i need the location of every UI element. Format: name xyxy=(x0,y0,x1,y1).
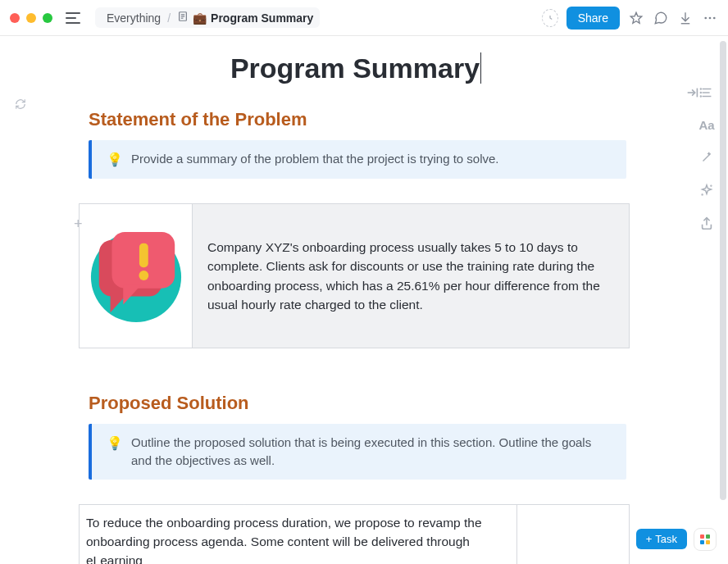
more-icon[interactable] xyxy=(702,10,718,26)
lightbulb-icon: 💡 xyxy=(107,434,123,453)
history-icon[interactable] xyxy=(542,10,558,26)
download-icon[interactable] xyxy=(677,10,694,26)
typography-button[interactable]: Aa xyxy=(698,118,714,132)
solution-body-cell[interactable]: To reduce the onboarding process duratio… xyxy=(80,504,517,564)
export-icon[interactable] xyxy=(699,216,714,230)
svg-rect-19 xyxy=(139,243,148,267)
titlebar: Everything / 💼 Program Summary Share xyxy=(0,0,728,36)
task-button-label: Task xyxy=(655,533,677,545)
svg-point-26 xyxy=(700,96,701,97)
breadcrumb-doc-title: Program Summary xyxy=(211,11,313,25)
plus-icon: + xyxy=(646,533,653,545)
page-title[interactable]: Program Summary xyxy=(0,52,712,84)
minimize-window-button[interactable] xyxy=(26,13,36,23)
svg-point-11 xyxy=(704,16,707,19)
svg-point-20 xyxy=(139,271,148,280)
breadcrumb[interactable]: Everything / 💼 Program Summary xyxy=(95,7,320,28)
sync-icon[interactable] xyxy=(15,98,26,113)
breadcrumb-separator: / xyxy=(166,11,172,25)
document-icon xyxy=(177,11,189,25)
maximize-window-button[interactable] xyxy=(43,13,52,23)
apps-button[interactable] xyxy=(694,528,717,551)
problem-image-cell[interactable] xyxy=(80,204,193,348)
section-heading-solution[interactable]: Proposed Solution xyxy=(89,393,712,414)
star-icon[interactable] xyxy=(628,10,644,26)
svg-point-25 xyxy=(700,93,701,93)
problem-table[interactable]: Company XYZ's onboarding process usually… xyxy=(79,203,630,348)
apps-grid-icon xyxy=(700,534,710,544)
callout-problem[interactable]: 💡 Provide a summary of the problem that … xyxy=(89,140,626,179)
callout-problem-text: Provide a summary of the problem that th… xyxy=(131,150,499,168)
section-heading-problem[interactable]: Statement of the Problem xyxy=(89,109,712,130)
solution-table[interactable]: To reduce the onboarding process duratio… xyxy=(79,504,630,564)
document-scroll-area[interactable]: Program Summary Statement of the Problem… xyxy=(0,36,712,564)
exclamation-bubble-icon xyxy=(88,222,184,327)
table-row: To reduce the onboarding process duratio… xyxy=(80,504,630,564)
scrollbar[interactable] xyxy=(717,36,728,564)
close-window-button[interactable] xyxy=(10,13,20,23)
lightbulb-icon: 💡 xyxy=(107,150,123,169)
svg-point-12 xyxy=(709,16,712,19)
callout-solution-text: Outline the proposed solution that is be… xyxy=(131,434,612,470)
sparkle-icon[interactable] xyxy=(699,183,714,198)
problem-body-cell[interactable]: Company XYZ's onboarding process usually… xyxy=(193,204,630,348)
add-block-button[interactable]: + xyxy=(74,216,83,233)
outline-icon[interactable] xyxy=(699,85,714,100)
svg-point-13 xyxy=(713,16,716,19)
breadcrumb-current[interactable]: 💼 Program Summary xyxy=(177,11,313,25)
svg-point-31 xyxy=(702,194,703,195)
comment-icon[interactable] xyxy=(653,10,669,26)
svg-marker-8 xyxy=(630,12,642,23)
collapse-icon[interactable] xyxy=(685,85,700,100)
new-task-button[interactable]: + Task xyxy=(636,529,687,549)
breadcrumb-root[interactable]: Everything xyxy=(107,11,161,25)
briefcase-emoji-icon: 💼 xyxy=(193,11,207,25)
callout-solution[interactable]: 💡 Outline the proposed solution that is … xyxy=(89,424,626,480)
hamburger-menu-icon[interactable] xyxy=(66,12,80,24)
table-row: Company XYZ's onboarding process usually… xyxy=(80,204,630,348)
window-controls xyxy=(10,13,52,23)
share-button[interactable]: Share xyxy=(566,7,620,30)
svg-point-24 xyxy=(700,89,701,89)
solution-empty-cell[interactable] xyxy=(517,504,630,564)
scrollbar-thumb[interactable] xyxy=(720,41,726,500)
ai-wand-icon[interactable] xyxy=(699,150,714,165)
svg-point-30 xyxy=(711,185,712,186)
